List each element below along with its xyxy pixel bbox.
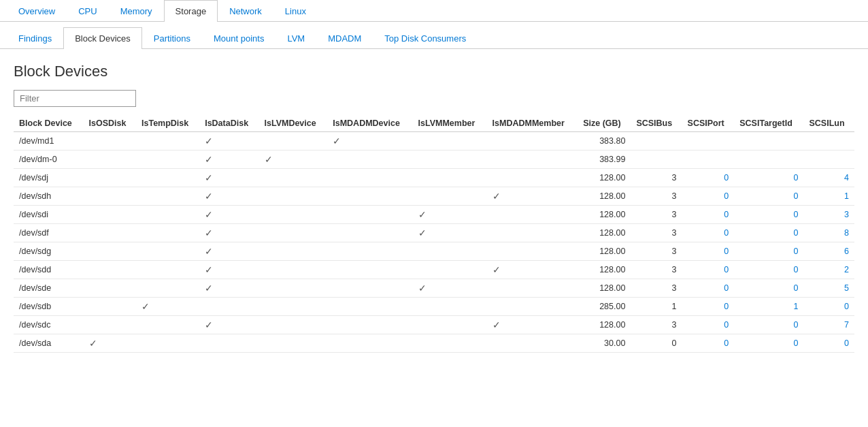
- scsi-lun: 7: [803, 316, 854, 334]
- scsi-port: 0: [682, 206, 735, 224]
- col-header-scsibus: SCSIBus: [631, 115, 682, 132]
- is-mdadm-device: [327, 316, 412, 334]
- is-lvm-member: [413, 151, 487, 169]
- is-lvm-member: [413, 169, 487, 187]
- is-temp-disk: [136, 132, 199, 151]
- is-lvm-device: [259, 298, 328, 316]
- sub-nav-item-top-disk-consumers[interactable]: Top Disk Consumers: [373, 27, 478, 49]
- scsi-lun: [803, 151, 854, 169]
- scsi-bus: 1: [631, 298, 682, 316]
- block-device-name[interactable]: /dev/md1: [14, 132, 84, 151]
- is-mdadm-member: [487, 151, 578, 169]
- is-data-disk: ✓: [199, 224, 258, 242]
- scsi-port: 0: [682, 169, 735, 187]
- scsi-target-id: 0: [734, 242, 803, 261]
- scsi-lun: [803, 132, 854, 151]
- scsi-port: [682, 151, 735, 169]
- is-temp-disk: [136, 151, 199, 169]
- is-lvm-device: [259, 132, 328, 151]
- is-data-disk: [199, 334, 258, 353]
- scsi-bus: 3: [631, 206, 682, 224]
- is-os-disk: [84, 279, 136, 298]
- is-mdadm-device: [327, 151, 412, 169]
- is-os-disk: [84, 224, 136, 242]
- is-mdadm-member: ✓: [487, 261, 578, 279]
- is-lvm-device: [259, 242, 328, 261]
- scsi-port: 0: [682, 316, 735, 334]
- scsi-lun: 0: [803, 298, 854, 316]
- is-temp-disk: [136, 224, 199, 242]
- top-nav-item-storage[interactable]: Storage: [164, 0, 218, 22]
- size-gb: 128.00: [578, 279, 631, 298]
- size-gb: 383.99: [578, 151, 631, 169]
- col-header-ismdadmmember: IsMDADMMember: [487, 115, 578, 132]
- is-data-disk: [199, 298, 258, 316]
- scsi-port: [682, 132, 735, 151]
- scsi-bus: 3: [631, 224, 682, 242]
- is-mdadm-device: ✓: [327, 132, 412, 151]
- is-data-disk: ✓: [199, 132, 258, 151]
- col-header-block-device: Block Device: [14, 115, 84, 132]
- is-mdadm-device: [327, 261, 412, 279]
- scsi-lun: 6: [803, 242, 854, 261]
- scsi-target-id: 0: [734, 224, 803, 242]
- scsi-target-id: 0: [734, 316, 803, 334]
- is-mdadm-device: [327, 298, 412, 316]
- scsi-lun: 8: [803, 224, 854, 242]
- is-os-disk: [84, 187, 136, 206]
- sub-nav-item-partitions[interactable]: Partitions: [142, 27, 202, 49]
- size-gb: 128.00: [578, 169, 631, 187]
- scsi-target-id: 0: [734, 261, 803, 279]
- top-nav-item-memory[interactable]: Memory: [109, 0, 164, 22]
- table-row: /dev/dm-0✓✓383.99: [14, 151, 854, 169]
- scsi-port: 0: [682, 187, 735, 206]
- scsi-target-id: 0: [734, 187, 803, 206]
- sub-nav-item-mdadm[interactable]: MDADM: [316, 27, 373, 49]
- is-lvm-member: [413, 316, 487, 334]
- is-lvm-member: [413, 132, 487, 151]
- is-data-disk: ✓: [199, 187, 258, 206]
- is-os-disk: [84, 316, 136, 334]
- top-nav-item-cpu[interactable]: CPU: [67, 0, 108, 22]
- block-device-name: /dev/sdj: [14, 169, 84, 187]
- is-lvm-device: [259, 224, 328, 242]
- top-nav-item-network[interactable]: Network: [218, 0, 273, 22]
- is-mdadm-member: [487, 132, 578, 151]
- scsi-bus: 0: [631, 334, 682, 353]
- is-os-disk: ✓: [84, 334, 136, 353]
- block-device-name: /dev/sdg: [14, 242, 84, 261]
- size-gb: 383.80: [578, 132, 631, 151]
- is-lvm-device: ✓: [259, 151, 328, 169]
- sub-nav-item-findings[interactable]: Findings: [7, 27, 63, 49]
- block-device-name: /dev/dm-0: [14, 151, 84, 169]
- table-row: /dev/md1✓✓383.80: [14, 132, 854, 151]
- is-lvm-member: [413, 334, 487, 353]
- block-device-name: /dev/sdd: [14, 261, 84, 279]
- sub-nav-item-block-devices[interactable]: Block Devices: [63, 27, 142, 49]
- size-gb: 128.00: [578, 224, 631, 242]
- scsi-port: 0: [682, 279, 735, 298]
- size-gb: 128.00: [578, 206, 631, 224]
- sub-nav-item-lvm[interactable]: LVM: [276, 27, 316, 49]
- top-nav-item-linux[interactable]: Linux: [273, 0, 318, 22]
- top-nav-item-overview[interactable]: Overview: [7, 0, 67, 22]
- block-device-name: /dev/sdf: [14, 224, 84, 242]
- is-lvm-device: [259, 261, 328, 279]
- is-mdadm-device: [327, 187, 412, 206]
- col-header-ismdadmdevice: IsMDADMDevice: [327, 115, 412, 132]
- block-device-name: /dev/sdb: [14, 298, 84, 316]
- scsi-port: 0: [682, 298, 735, 316]
- is-os-disk: [84, 206, 136, 224]
- col-header-scsiport: SCSIPort: [682, 115, 735, 132]
- filter-input[interactable]: [14, 90, 136, 107]
- is-lvm-member: ✓: [413, 206, 487, 224]
- table-row: /dev/sdf✓✓128.003008: [14, 224, 854, 242]
- table-row: /dev/sdd✓✓128.003002: [14, 261, 854, 279]
- is-os-disk: [84, 169, 136, 187]
- sub-nav-item-mount-points[interactable]: Mount points: [202, 27, 276, 49]
- is-os-disk: [84, 242, 136, 261]
- scsi-lun: 3: [803, 206, 854, 224]
- table-row: /dev/sdj✓128.003004: [14, 169, 854, 187]
- size-gb: 128.00: [578, 316, 631, 334]
- block-devices-table: Block DeviceIsOSDiskIsTempDiskIsDataDisk…: [14, 115, 854, 353]
